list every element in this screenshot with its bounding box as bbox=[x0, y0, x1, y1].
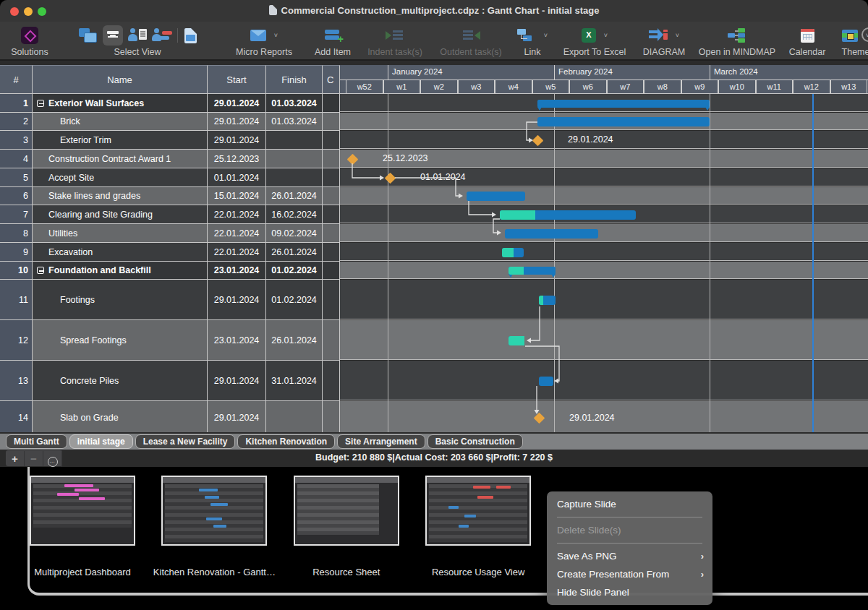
document-preview-icon bbox=[184, 28, 197, 43]
task-finish-cell[interactable] bbox=[266, 401, 323, 432]
table-row[interactable]: 12Spread Footings23.01.202426.01.2024 bbox=[0, 320, 340, 361]
task-name-cell[interactable]: Slab on Grade bbox=[33, 401, 208, 432]
app-window: Commercial Construction_multiproject.cdp… bbox=[0, 0, 868, 610]
task-finish-cell[interactable]: 26.01.2024 bbox=[266, 320, 323, 360]
task-start-cell[interactable]: 15.01.2024 bbox=[208, 187, 266, 205]
task-finish-cell[interactable]: 26.01.2024 bbox=[266, 187, 323, 205]
table-row[interactable]: 6Stake lines and grades15.01.202426.01.2… bbox=[0, 187, 340, 205]
calendar-icon bbox=[801, 29, 814, 43]
column-header-finish: Finish bbox=[266, 65, 323, 94]
table-row[interactable]: 2Brick29.01.202401.03.2024 bbox=[0, 113, 340, 131]
slide-thumbnail[interactable] bbox=[425, 476, 531, 546]
menu-item-create-presentation-from[interactable]: Create Presentation From› bbox=[547, 565, 712, 583]
task-finish-cell[interactable]: 01.02.2024 bbox=[266, 280, 323, 319]
table-row[interactable]: 5Accept Site01.01.2024 bbox=[0, 168, 340, 187]
task-name-cell[interactable]: Foundation and Backfill bbox=[33, 262, 208, 279]
task-start-cell[interactable]: 22.01.2024 bbox=[208, 243, 266, 261]
view-tab-kitchen-renovation[interactable]: Kitchen Renovation bbox=[237, 434, 335, 449]
toolbar-label: Micro Reports bbox=[236, 47, 292, 57]
toolbar-diagram[interactable]: ˅DIAGRAM bbox=[635, 25, 693, 59]
task-name-cell[interactable]: Concrete Piles bbox=[33, 361, 208, 400]
table-row[interactable]: 7Clearing and Site Grading22.01.202416.0… bbox=[0, 205, 340, 224]
table-row[interactable]: 10Foundation and Backfill23.01.202401.02… bbox=[0, 262, 340, 280]
toolbar-outdent-tasks: Outdent task(s) bbox=[431, 25, 511, 59]
menu-item-capture-slide[interactable]: Capture Slide bbox=[547, 495, 712, 513]
task-extra-cell bbox=[323, 320, 340, 360]
table-row[interactable]: 14Slab on Grade29.01.2024 bbox=[0, 401, 340, 432]
task-finish-cell[interactable]: 01.03.2024 bbox=[266, 113, 323, 130]
task-finish-cell[interactable]: 16.02.2024 bbox=[266, 205, 323, 223]
task-name-cell[interactable]: Excavation bbox=[33, 243, 208, 261]
task-start-cell[interactable]: 01.01.2024 bbox=[208, 168, 266, 186]
week-header-cell: w1 bbox=[383, 80, 421, 94]
task-finish-cell[interactable] bbox=[266, 150, 323, 168]
task-start-cell[interactable]: 29.01.2024 bbox=[208, 280, 266, 319]
task-start-cell[interactable]: 23.01.2024 bbox=[208, 320, 266, 360]
task-extra-cell bbox=[323, 131, 340, 149]
toolbar-calendar[interactable]: Calendar bbox=[781, 25, 833, 59]
task-name-cell[interactable]: Clearing and Site Grading bbox=[33, 205, 208, 223]
table-row[interactable]: 3Exterior Trim29.01.2024 bbox=[0, 131, 340, 150]
task-name-cell[interactable]: Accept Site bbox=[33, 168, 208, 186]
task-name-cell[interactable]: Utilities bbox=[33, 224, 208, 242]
slide-thumbnail[interactable] bbox=[30, 476, 135, 546]
task-finish-cell[interactable] bbox=[266, 168, 323, 186]
toolbar-label: Calendar bbox=[789, 47, 826, 57]
view-tab-site-arrangement[interactable]: Site Arrangement bbox=[337, 434, 425, 449]
task-start-cell[interactable]: 22.01.2024 bbox=[208, 205, 266, 223]
table-row[interactable]: 9Excavation22.01.202426.01.2024 bbox=[0, 243, 340, 262]
task-start-cell[interactable]: 25.12.2023 bbox=[208, 150, 266, 168]
collapse-icon[interactable] bbox=[37, 100, 44, 107]
row-number-cell: 6 bbox=[0, 187, 33, 205]
slide-thumbnail[interactable] bbox=[294, 476, 399, 546]
task-name-cell[interactable]: Brick bbox=[33, 113, 208, 130]
task-extra-cell bbox=[323, 262, 340, 279]
task-start-cell[interactable]: 29.01.2024 bbox=[208, 94, 266, 112]
menu-item-save-as-png[interactable]: Save As PNG› bbox=[547, 547, 712, 565]
table-row[interactable]: 13Concrete Piles29.01.202431.01.2024 bbox=[0, 361, 340, 401]
task-name-cell[interactable]: Construction Contract Award 1 bbox=[33, 150, 208, 168]
menu-separator bbox=[557, 543, 702, 544]
toolbar-link[interactable]: ˅Link bbox=[511, 25, 554, 59]
task-finish-cell[interactable]: 01.02.2024 bbox=[266, 262, 323, 279]
task-finish-cell[interactable]: 09.02.2024 bbox=[266, 224, 323, 242]
task-table-header: # Name Start Finish C bbox=[0, 65, 340, 94]
task-start-cell[interactable]: 23.01.2024 bbox=[208, 262, 266, 279]
task-start-cell[interactable]: 29.01.2024 bbox=[208, 113, 266, 130]
task-name-cell[interactable]: Spread Footings bbox=[33, 320, 208, 360]
task-name-cell[interactable]: Footings bbox=[33, 280, 208, 319]
view-tab-initial-stage[interactable]: initial stage bbox=[69, 434, 133, 449]
toolbar-add-item[interactable]: Add Item bbox=[307, 25, 359, 59]
table-row[interactable]: 4Construction Contract Award 125.12.2023 bbox=[0, 150, 340, 168]
view-tab-basic-construction[interactable]: Basic Construction bbox=[427, 434, 523, 449]
slide-thumbnail[interactable] bbox=[161, 476, 267, 546]
table-row[interactable]: 1Exterior Wall Surfaces29.01.202401.03.2… bbox=[0, 94, 340, 113]
theme-icon bbox=[842, 30, 858, 42]
task-name-cell[interactable]: Exterior Trim bbox=[33, 131, 208, 149]
toolbar-micro-reports[interactable]: ˅Micro Reports bbox=[221, 25, 307, 59]
task-start-cell[interactable]: 29.01.2024 bbox=[208, 361, 266, 400]
task-start-cell[interactable]: 29.01.2024 bbox=[208, 401, 266, 432]
task-name-cell[interactable]: Stake lines and grades bbox=[33, 187, 208, 205]
table-row[interactable]: 8Utilities22.01.202409.02.2024 bbox=[0, 224, 340, 243]
collapse-icon[interactable] bbox=[37, 267, 44, 274]
row-number-cell: 13 bbox=[0, 361, 33, 400]
task-finish-cell[interactable]: 01.03.2024 bbox=[266, 94, 323, 112]
toolbar-select-view[interactable]: Select View bbox=[54, 25, 221, 59]
row-number-cell: 4 bbox=[0, 150, 33, 168]
task-start-cell[interactable]: 22.01.2024 bbox=[208, 224, 266, 242]
toolbar-solutions[interactable]: Solutions bbox=[6, 25, 54, 59]
menu-item-hide-slide-panel[interactable]: Hide Slide Panel bbox=[547, 583, 712, 601]
task-finish-cell[interactable] bbox=[266, 131, 323, 149]
toolbar-export-to-excel[interactable]: ˅Export To Excel bbox=[554, 25, 635, 59]
table-row[interactable]: 11Footings29.01.202401.02.2024 bbox=[0, 280, 340, 320]
add-item-icon bbox=[325, 29, 341, 42]
toolbar-open-in-mindmap[interactable]: Open in MINDMAP bbox=[693, 25, 781, 59]
view-tab-multi-gantt[interactable]: Multi Gantt bbox=[6, 434, 67, 449]
task-start-cell[interactable]: 29.01.2024 bbox=[208, 131, 266, 149]
week-header-cell: w52 bbox=[346, 80, 383, 94]
task-finish-cell[interactable]: 31.01.2024 bbox=[266, 361, 323, 400]
task-finish-cell[interactable]: 26.01.2024 bbox=[266, 243, 323, 261]
task-name-cell[interactable]: Exterior Wall Surfaces bbox=[33, 94, 208, 112]
view-tab-lease-a-new-facility[interactable]: Lease a New Facility bbox=[135, 434, 236, 449]
